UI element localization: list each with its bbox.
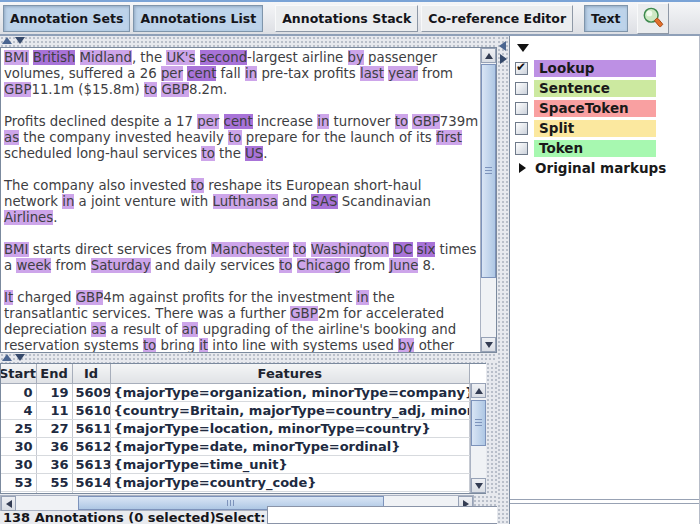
annotation-highlight[interactable]: BMI — [4, 50, 29, 65]
scroll-thumb[interactable] — [471, 400, 486, 446]
chevron-down-icon[interactable] — [517, 44, 529, 52]
cell-end[interactable]: 36 — [36, 456, 72, 474]
annotation-highlight[interactable]: first — [436, 130, 462, 145]
annotation-highlight[interactable]: Chicago — [297, 258, 350, 273]
scroll-down-button[interactable] — [471, 478, 486, 493]
cell-end[interactable]: 36 — [36, 438, 72, 456]
column-header-id[interactable]: Id — [72, 364, 110, 384]
cell-features[interactable]: {majorType=date, minorType=ordinal} — [110, 438, 470, 456]
annotation-highlight[interactable]: to — [279, 258, 292, 273]
annotation-highlight[interactable]: It — [4, 290, 13, 305]
annotation-highlight[interactable]: GBP — [412, 114, 439, 129]
collapse-down-arrow-icon[interactable] — [15, 354, 25, 361]
cell-start[interactable]: 30 — [1, 456, 36, 474]
cell-end[interactable]: 27 — [36, 420, 72, 438]
annotation-highlight[interactable]: as — [91, 322, 106, 337]
annotation-highlight[interactable]: in — [317, 114, 329, 129]
annotation-highlight[interactable]: as — [4, 130, 19, 145]
cell-start[interactable]: 4 — [1, 402, 36, 420]
collapse-up-arrow-icon[interactable] — [2, 37, 12, 44]
split-divider-middle[interactable] — [0, 353, 497, 363]
cell-id[interactable]: 5612 — [72, 438, 110, 456]
original-markups-row[interactable]: Original markups — [510, 158, 699, 178]
cell-features[interactable]: {majorType=country_code} — [110, 474, 470, 492]
cell-end[interactable]: 97 — [36, 492, 72, 495]
annotation-highlight[interactable]: week — [16, 258, 51, 273]
scroll-up-button[interactable] — [481, 48, 496, 63]
cell-start[interactable]: 53 — [1, 474, 36, 492]
type-checkbox-spacetoken[interactable] — [515, 102, 528, 115]
annotation-highlight[interactable]: it — [199, 338, 208, 352]
annotation-highlight[interactable]: Lufthansa — [213, 194, 278, 209]
annotation-highlight[interactable]: to — [191, 178, 204, 193]
cell-features[interactable]: {majorType=location, minorType=country} — [110, 420, 470, 438]
annotation-highlight[interactable]: GBP — [290, 306, 317, 321]
annotation-highlight[interactable]: SAS — [311, 194, 337, 209]
cell-id[interactable]: 5615 — [72, 492, 110, 495]
annotation-highlight[interactable]: to — [395, 114, 408, 129]
annotation-highlight[interactable]: Airlines — [4, 210, 53, 225]
text-vertical-scrollbar[interactable] — [480, 48, 496, 352]
annotation-highlight[interactable]: per — [161, 66, 183, 81]
column-header-end[interactable]: End — [36, 364, 72, 384]
annotation-highlight[interactable]: six — [417, 242, 436, 257]
select-input[interactable] — [267, 506, 498, 524]
split-divider-vertical[interactable] — [497, 36, 509, 524]
cell-id[interactable]: 5613 — [72, 456, 110, 474]
scroll-thumb[interactable] — [481, 64, 496, 278]
chevron-right-icon[interactable] — [519, 163, 526, 173]
annotation-highlight[interactable]: GBP — [4, 82, 31, 97]
annotation-row[interactable]: 30365613{majorType=time_unit} — [1, 456, 470, 474]
annotation-highlight[interactable]: GBP — [76, 290, 103, 305]
cell-id[interactable]: 5610 — [72, 402, 110, 420]
annotation-highlight[interactable]: June — [389, 258, 418, 273]
column-header-start[interactable]: Start — [1, 364, 36, 384]
cell-end[interactable]: 19 — [36, 384, 72, 402]
type-label-token[interactable]: Token — [534, 140, 656, 157]
cell-id[interactable]: 5611 — [72, 420, 110, 438]
annotation-highlight[interactable]: cent — [187, 66, 216, 81]
type-checkbox-split[interactable] — [515, 122, 528, 135]
cell-start[interactable]: 0 — [1, 384, 36, 402]
annotation-highlight[interactable]: per — [197, 114, 219, 129]
annotation-highlight[interactable]: UK's — [166, 50, 195, 65]
annotation-highlight[interactable]: by — [348, 50, 364, 65]
annotation-highlight[interactable]: an — [182, 322, 199, 337]
annotation-highlight[interactable]: by — [398, 338, 414, 352]
annotation-highlight[interactable]: to — [228, 130, 241, 145]
annotation-highlight[interactable]: last — [360, 66, 384, 81]
annotation-row[interactable]: 30365612{majorType=date, minorType=ordin… — [1, 438, 470, 456]
toolbar-button-annotations-list[interactable]: Annotations List — [133, 5, 263, 32]
annotation-highlight[interactable]: to — [143, 338, 156, 352]
toolbar-button-text[interactable]: Text — [584, 5, 627, 32]
scroll-up-button[interactable] — [471, 383, 486, 398]
annotation-highlight[interactable]: Midland — [80, 50, 132, 65]
cell-start[interactable]: 30 — [1, 438, 36, 456]
annotation-highlight[interactable]: in — [62, 194, 74, 209]
cell-start[interactable]: 89 — [1, 492, 36, 495]
document-text[interactable]: BMI British Midland, the UK's second-lar… — [1, 48, 480, 352]
search-annotations-button[interactable] — [637, 3, 669, 34]
type-checkbox-sentence[interactable] — [515, 82, 528, 95]
collapse-right-arrow-icon[interactable] — [500, 54, 507, 64]
type-checkbox-token[interactable] — [515, 142, 528, 155]
annotation-row[interactable]: 53555614{majorType=country_code} — [1, 474, 470, 492]
toolbar-button-annotation-sets[interactable]: Annotation Sets — [3, 5, 130, 32]
annotation-highlight[interactable]: GBP — [161, 82, 188, 97]
table-vertical-scrollbar[interactable] — [470, 383, 486, 493]
annotation-highlight[interactable]: US — [245, 146, 263, 161]
cell-id[interactable]: 5614 — [72, 474, 110, 492]
annotation-highlight[interactable]: in — [245, 66, 257, 81]
cell-features[interactable]: {country=Britain, majorType=country_adj,… — [110, 402, 470, 420]
annotation-highlight[interactable]: Manchester — [211, 242, 289, 257]
annotation-row[interactable]: 89975615{majorType=percent} — [1, 492, 470, 495]
annotation-row[interactable]: 25275611{majorType=location, minorType=c… — [1, 420, 470, 438]
annotation-highlight[interactable]: British — [33, 50, 76, 65]
type-label-lookup[interactable]: Lookup — [534, 60, 656, 77]
toolbar-button-annotations-stack[interactable]: Annotations Stack — [275, 5, 418, 32]
cell-end[interactable]: 55 — [36, 474, 72, 492]
cell-features[interactable]: {majorType=organization, minorType=compa… — [110, 384, 470, 402]
cell-id[interactable]: 5609 — [72, 384, 110, 402]
column-header-features[interactable]: Features — [110, 364, 470, 384]
type-label-split[interactable]: Split — [534, 120, 656, 137]
